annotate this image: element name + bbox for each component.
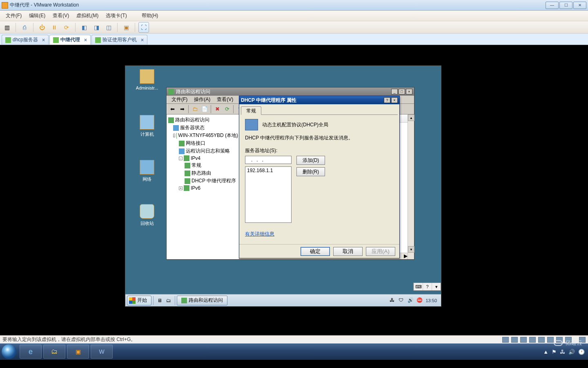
tree-node-interfaces[interactable]: 网络接口 <box>167 139 238 147</box>
rras-tree-pane[interactable]: 路由和远程访问 服务器状态 -WIN-XTNYF465YBD (本地) 网络接口… <box>167 114 239 259</box>
toolbar-up-icon[interactable]: 🗀 <box>190 105 199 114</box>
tree-node-server[interactable]: -WIN-XTNYF465YBD (本地) <box>167 132 238 139</box>
vm-display-area[interactable]: Administr... 计算机 网络 回收站 路由和远程访问 _ □ × <box>0 45 588 335</box>
keyboard-icon[interactable]: ⌨ <box>414 283 423 290</box>
dhcp-relay-properties-dialog[interactable]: DHCP 中继代理程序 属性 ? × 常规 动态主机配置协议(DHCP)全局 D… <box>239 96 400 258</box>
vertical-scrollbar[interactable]: ▲ ▼ <box>408 114 414 259</box>
tree-node-general[interactable]: 常规 <box>167 162 238 169</box>
host-start-button[interactable] <box>2 344 16 359</box>
cancel-button[interactable]: 取消 <box>333 247 363 256</box>
help-icon[interactable]: ? <box>423 283 432 290</box>
toolbar-back-icon[interactable]: ⬅ <box>168 105 177 114</box>
rras-menu-view[interactable]: 查看(V) <box>214 95 236 104</box>
host-task-ie[interactable]: e <box>20 345 42 359</box>
options-icon[interactable]: ▾ <box>432 283 441 290</box>
tab-close-icon[interactable]: × <box>141 37 144 43</box>
tab-close-icon[interactable]: × <box>42 37 45 43</box>
tray-volume-icon[interactable]: 🔊 <box>408 297 414 304</box>
tab-relay-agent[interactable]: 中继代理 × <box>49 35 91 45</box>
remove-button[interactable]: 删除(R) <box>296 167 325 176</box>
dialog-close-button[interactable]: × <box>391 97 398 103</box>
rras-menu-action[interactable]: 操作(A) <box>191 95 214 104</box>
quicklaunch-desktop-icon[interactable]: 🖥 <box>155 296 164 305</box>
tree-node-server-status[interactable]: 服务器状态 <box>167 124 238 132</box>
desktop-icon-recycle-bin[interactable]: 回收站 <box>133 204 161 227</box>
scroll-up-icon[interactable]: ▲ <box>408 114 414 121</box>
device-hdd-icon[interactable] <box>502 337 509 343</box>
tree-node-logging[interactable]: 远程访问日志和策略 <box>167 147 238 155</box>
tray-network-icon[interactable]: 🖧 <box>390 297 396 304</box>
device-net-icon[interactable] <box>529 337 536 343</box>
host-task-vmware[interactable]: ▣ <box>67 345 89 359</box>
host-tray-up-icon[interactable]: ▲ <box>543 349 548 355</box>
device-cd-icon[interactable] <box>511 337 518 343</box>
suspend-icon[interactable]: ⏸ <box>49 22 60 33</box>
host-tray-volume-icon[interactable]: 🔊 <box>568 349 575 355</box>
dialog-titlebar[interactable]: DHCP 中继代理程序 属性 ? × <box>239 96 399 104</box>
more-info-link[interactable]: 有关详细信息 <box>245 231 274 237</box>
snapshot-icon[interactable]: ◧ <box>79 22 89 33</box>
host-tray-action-icon[interactable]: ⚑ <box>552 349 557 355</box>
menu-view[interactable]: 查看(V) <box>49 11 72 20</box>
guest-clock[interactable]: 13:50 <box>425 298 437 303</box>
revert-icon[interactable]: ◫ <box>103 22 114 33</box>
fullscreen-icon[interactable]: ⛶ <box>138 22 149 33</box>
reset-icon[interactable]: ⟳ <box>61 22 72 33</box>
tree-node-ipv6[interactable]: +IPv6 <box>167 185 238 191</box>
desktop-icon-computer[interactable]: 计算机 <box>133 115 161 137</box>
host-close-button[interactable]: ✕ <box>573 2 586 9</box>
menu-file[interactable]: 文件(F) <box>2 11 25 20</box>
host-maximize-button[interactable]: ☐ <box>559 2 572 9</box>
tree-node-static-routes[interactable]: 静态路由 <box>167 169 238 177</box>
library-toggle-icon[interactable]: ▥ <box>2 22 12 33</box>
host-task-word[interactable]: W <box>91 345 113 359</box>
rras-window-titlebar[interactable]: 路由和远程访问 _ □ × <box>167 88 414 96</box>
menu-tabs[interactable]: 选项卡(T) <box>102 11 130 20</box>
apply-button[interactable]: 应用(A) <box>366 247 395 256</box>
power-on-icon[interactable]: ⏻ <box>37 22 47 33</box>
guest-desktop[interactable]: Administr... 计算机 网络 回收站 路由和远程访问 _ □ × <box>125 65 441 307</box>
add-button[interactable]: 添加(D) <box>296 156 325 165</box>
tree-node-dhcp-relay[interactable]: DHCP 中继代理程序 <box>167 177 238 185</box>
rras-menu-file[interactable]: 文件(F) <box>168 95 191 104</box>
tray-shield-icon[interactable]: 🛡 <box>399 297 405 304</box>
server-address-listbox[interactable]: 192.168.1.1 <box>245 166 292 223</box>
quicklaunch-explorer-icon[interactable]: 🗂 <box>164 296 173 305</box>
ok-button[interactable]: 确定 <box>301 247 330 256</box>
tree-collapse-icon[interactable]: - <box>179 157 183 160</box>
dialog-tab-general[interactable]: 常规 <box>241 106 261 115</box>
toolbar-forward-icon[interactable]: ➡ <box>178 105 187 114</box>
tab-dhcp-server[interactable]: dhcp服务器 × <box>2 35 49 45</box>
toolbar-properties-icon[interactable]: 📄 <box>200 105 209 114</box>
desktop-icon-administrator[interactable]: Administr... <box>133 69 161 90</box>
scroll-down-icon[interactable]: ▼ <box>408 246 414 253</box>
device-net2-icon[interactable] <box>538 337 545 343</box>
menu-vm[interactable]: 虚拟机(M) <box>73 11 102 20</box>
tab-close-icon[interactable]: × <box>84 37 87 43</box>
host-tray-clock-icon[interactable]: 🕐 <box>578 349 585 355</box>
toolbar-delete-icon[interactable]: ✖ <box>213 105 222 114</box>
usb-icon[interactable]: ⎙ <box>19 22 30 33</box>
unity-icon[interactable]: ▣ <box>121 22 131 33</box>
list-item[interactable]: 192.168.1.1 <box>247 168 290 173</box>
host-tray-network-icon[interactable]: 🖧 <box>560 349 565 355</box>
server-address-input[interactable] <box>245 156 292 164</box>
desktop-icon-network[interactable]: 网络 <box>133 160 161 182</box>
dialog-help-button[interactable]: ? <box>384 97 390 103</box>
guest-language-bar[interactable]: ⌨ ? ▾ <box>413 283 441 291</box>
tree-node-root[interactable]: 路由和远程访问 <box>167 116 238 124</box>
taskbar-item-rras[interactable]: 路由和远程访问 <box>177 296 227 305</box>
tree-node-ipv4[interactable]: -IPv4 <box>167 155 238 162</box>
rras-minimize-button[interactable]: _ <box>391 89 398 94</box>
menu-edit[interactable]: 编辑(E) <box>26 11 49 20</box>
scroll-right-icon[interactable]: ▶ <box>404 253 408 259</box>
host-task-explorer[interactable]: 🗂 <box>43 345 65 359</box>
menu-help[interactable]: 帮助(H) <box>138 11 162 20</box>
device-usb-icon[interactable] <box>547 337 554 343</box>
host-minimize-button[interactable]: — <box>546 2 559 9</box>
tray-alert-icon[interactable]: ⛔ <box>416 297 423 304</box>
toolbar-refresh-icon[interactable]: ⟳ <box>223 105 232 114</box>
guest-start-button[interactable]: 开始 <box>127 296 151 305</box>
snapshot-mgr-icon[interactable]: ◨ <box>91 22 102 33</box>
device-floppy-icon[interactable] <box>520 337 527 343</box>
